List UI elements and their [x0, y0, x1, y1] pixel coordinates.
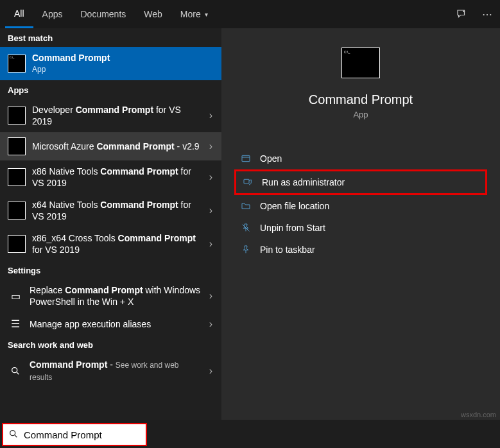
- tab-all[interactable]: All: [5, 0, 33, 28]
- section-best-match: Best match: [0, 28, 221, 47]
- result-command-prompt[interactable]: C:\_ Command Prompt App: [0, 47, 221, 80]
- tab-documents[interactable]: Documents: [71, 0, 135, 28]
- preview-subtitle: App: [353, 110, 368, 119]
- section-search-web: Search work and web: [0, 335, 221, 354]
- action-open-file-location[interactable]: Open file location: [234, 195, 487, 217]
- tab-more[interactable]: More▾: [171, 0, 217, 28]
- svg-rect-3: [242, 155, 250, 161]
- tab-web[interactable]: Web: [135, 0, 171, 28]
- cmd-icon: C:\_: [8, 55, 26, 73]
- search-input-text: Command Prompt: [24, 429, 102, 440]
- svg-point-0: [463, 10, 465, 12]
- shield-admin-icon: [243, 177, 253, 187]
- svg-rect-4: [244, 179, 249, 184]
- unpin-icon: [241, 223, 251, 233]
- chevron-right-icon[interactable]: ›: [208, 238, 214, 250]
- tab-apps[interactable]: Apps: [33, 0, 72, 28]
- search-icon: [8, 429, 19, 441]
- cmd-icon: [8, 235, 26, 253]
- result-x86-native[interactable]: x86 Native Tools Command Prompt for VS 2…: [0, 160, 221, 194]
- result-x64-native[interactable]: x64 Native Tools Command Prompt for VS 2…: [0, 194, 221, 227]
- search-filter-tabs: All Apps Documents Web More▾ ⋯: [0, 0, 500, 28]
- svg-line-2: [17, 372, 19, 374]
- cmd-icon-large: C:\_: [341, 47, 380, 78]
- result-dev-cmd-vs2019[interactable]: Developer Command Prompt for VS 2019 ›: [0, 99, 221, 132]
- cmd-icon: [8, 168, 26, 186]
- action-open[interactable]: Open: [234, 148, 487, 169]
- action-run-as-admin[interactable]: Run as administrator: [234, 169, 487, 195]
- action-pin-taskbar[interactable]: Pin to taskbar: [234, 239, 487, 261]
- pin-icon: [241, 245, 251, 255]
- results-panel: Best match C:\_ Command Prompt App Apps …: [0, 28, 221, 420]
- chevron-right-icon[interactable]: ›: [208, 318, 214, 330]
- svg-line-7: [15, 435, 17, 437]
- chevron-down-icon: ▾: [205, 11, 208, 18]
- result-app-exec-aliases[interactable]: ☰ Manage app execution aliases ›: [0, 313, 221, 335]
- preview-panel: C:\_ Command Prompt App Open Run as admi…: [221, 28, 500, 420]
- open-icon: [241, 153, 251, 164]
- cmd-icon: [8, 137, 26, 155]
- result-x86-x64-cross[interactable]: x86_x64 Cross Tools Command Prompt for V…: [0, 227, 221, 261]
- cmd-icon: [8, 202, 26, 220]
- action-unpin-start[interactable]: Unpin from Start: [234, 217, 487, 239]
- chevron-right-icon[interactable]: ›: [208, 205, 214, 216]
- result-search-web[interactable]: Command Prompt - See work and web result…: [0, 354, 221, 388]
- cmd-icon: [8, 107, 26, 125]
- section-apps: Apps: [0, 80, 221, 99]
- chevron-right-icon[interactable]: ›: [208, 110, 214, 121]
- more-options-icon[interactable]: ⋯: [479, 6, 495, 22]
- list-icon: ☰: [8, 318, 23, 330]
- svg-point-6: [10, 430, 15, 435]
- chevron-right-icon[interactable]: ›: [208, 290, 214, 302]
- chevron-right-icon[interactable]: ›: [208, 171, 214, 183]
- section-settings: Settings: [0, 261, 221, 279]
- terminal-icon: ▭: [8, 290, 23, 302]
- preview-title: Command Prompt: [309, 92, 413, 107]
- svg-point-1: [12, 368, 17, 373]
- folder-icon: [241, 201, 251, 211]
- search-icon: [8, 366, 23, 376]
- watermark: wsxdn.com: [461, 411, 496, 418]
- chevron-right-icon[interactable]: ›: [208, 141, 214, 152]
- taskbar-search-box[interactable]: Command Prompt: [2, 423, 147, 446]
- feedback-icon[interactable]: [454, 6, 469, 22]
- result-azure-cmd[interactable]: Microsoft Azure Command Prompt - v2.9 ›: [0, 132, 221, 160]
- result-replace-cmd-ps[interactable]: ▭ Replace Command Prompt with Windows Po…: [0, 279, 221, 313]
- chevron-right-icon[interactable]: ›: [208, 365, 214, 377]
